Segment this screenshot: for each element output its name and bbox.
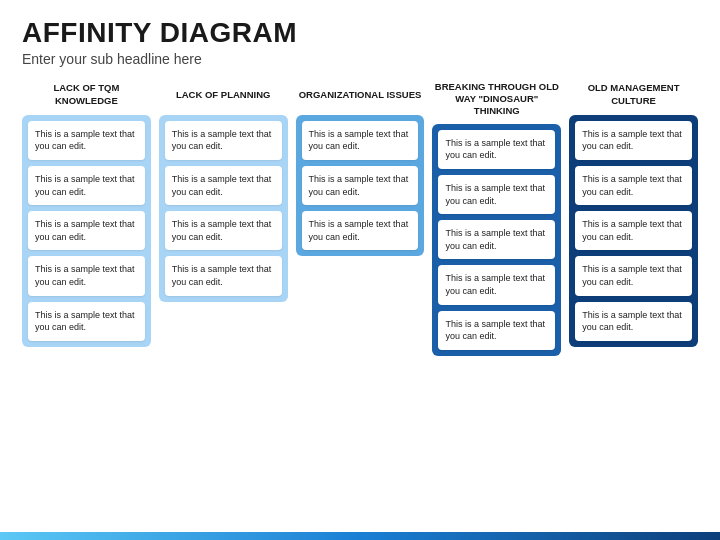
column-header-col4: BREAKING THROUGH OLD WAY "DINOSAUR" THIN… bbox=[432, 81, 561, 118]
card-col1-4[interactable]: This is a sample text that you can edit. bbox=[28, 302, 145, 341]
column-body-col1: This is a sample text that you can edit.… bbox=[22, 115, 151, 347]
column-col4: BREAKING THROUGH OLD WAY "DINOSAUR" THIN… bbox=[432, 81, 561, 356]
column-header-col5: OLD MANAGEMENT CULTURE bbox=[569, 81, 698, 109]
card-col5-0[interactable]: This is a sample text that you can edit. bbox=[575, 121, 692, 160]
card-col5-4[interactable]: This is a sample text that you can edit. bbox=[575, 302, 692, 341]
bottom-bar bbox=[0, 532, 720, 540]
card-col5-2[interactable]: This is a sample text that you can edit. bbox=[575, 211, 692, 250]
column-col2: LACK OF PLANNINGThis is a sample text th… bbox=[159, 81, 288, 302]
column-header-col3: ORGANIZATIONAL ISSUES bbox=[299, 81, 422, 109]
card-col4-4[interactable]: This is a sample text that you can edit. bbox=[438, 311, 555, 350]
column-body-col4: This is a sample text that you can edit.… bbox=[432, 124, 561, 356]
card-col1-2[interactable]: This is a sample text that you can edit. bbox=[28, 211, 145, 250]
slide: AFFINITY DIAGRAM Enter your sub headline… bbox=[0, 0, 720, 540]
column-header-col2: LACK OF PLANNING bbox=[176, 81, 270, 109]
column-body-col2: This is a sample text that you can edit.… bbox=[159, 115, 288, 302]
card-col2-0[interactable]: This is a sample text that you can edit. bbox=[165, 121, 282, 160]
column-col3: ORGANIZATIONAL ISSUESThis is a sample te… bbox=[296, 81, 425, 257]
column-col1: LACK OF TQM KNOWLEDGEThis is a sample te… bbox=[22, 81, 151, 347]
card-col1-0[interactable]: This is a sample text that you can edit. bbox=[28, 121, 145, 160]
card-col3-1[interactable]: This is a sample text that you can edit. bbox=[302, 166, 419, 205]
card-col1-1[interactable]: This is a sample text that you can edit. bbox=[28, 166, 145, 205]
column-col5: OLD MANAGEMENT CULTUREThis is a sample t… bbox=[569, 81, 698, 347]
card-col4-0[interactable]: This is a sample text that you can edit. bbox=[438, 130, 555, 169]
card-col5-1[interactable]: This is a sample text that you can edit. bbox=[575, 166, 692, 205]
card-col3-2[interactable]: This is a sample text that you can edit. bbox=[302, 211, 419, 250]
slide-subtitle: Enter your sub headline here bbox=[22, 51, 698, 67]
card-col3-0[interactable]: This is a sample text that you can edit. bbox=[302, 121, 419, 160]
column-header-col1: LACK OF TQM KNOWLEDGE bbox=[22, 81, 151, 109]
column-body-col5: This is a sample text that you can edit.… bbox=[569, 115, 698, 347]
card-col2-2[interactable]: This is a sample text that you can edit. bbox=[165, 211, 282, 250]
columns-container: LACK OF TQM KNOWLEDGEThis is a sample te… bbox=[22, 81, 698, 356]
card-col5-3[interactable]: This is a sample text that you can edit. bbox=[575, 256, 692, 295]
card-col4-3[interactable]: This is a sample text that you can edit. bbox=[438, 265, 555, 304]
card-col2-3[interactable]: This is a sample text that you can edit. bbox=[165, 256, 282, 295]
card-col4-1[interactable]: This is a sample text that you can edit. bbox=[438, 175, 555, 214]
slide-title: AFFINITY DIAGRAM bbox=[22, 18, 698, 49]
card-col2-1[interactable]: This is a sample text that you can edit. bbox=[165, 166, 282, 205]
card-col1-3[interactable]: This is a sample text that you can edit. bbox=[28, 256, 145, 295]
card-col4-2[interactable]: This is a sample text that you can edit. bbox=[438, 220, 555, 259]
column-body-col3: This is a sample text that you can edit.… bbox=[296, 115, 425, 257]
